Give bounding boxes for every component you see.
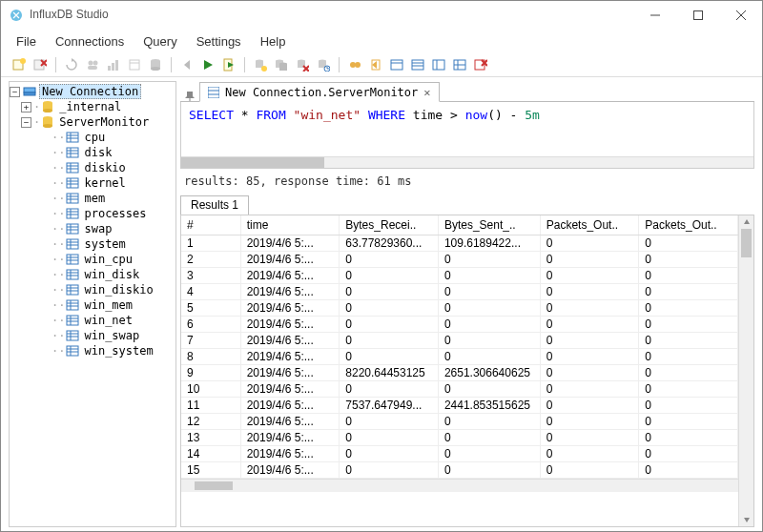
tool-db-add-icon[interactable] <box>252 56 269 73</box>
cell: 2019/4/6 5:... <box>240 446 340 462</box>
tool-tag-keys-icon[interactable] <box>388 56 405 73</box>
tree-measurement[interactable]: ··win_system <box>10 343 175 358</box>
connection-tree[interactable]: − New Connection +· _internal −· ServerM… <box>9 81 176 527</box>
cell: 0 <box>639 300 738 317</box>
table-row[interactable]: 82019/4/6 5:...0000 <box>181 349 738 365</box>
cell: 0 <box>340 349 439 365</box>
menu-connections[interactable]: Connections <box>55 34 124 49</box>
tool-db-retention-icon[interactable] <box>315 56 332 73</box>
tool-tag-values-icon[interactable] <box>409 56 426 73</box>
column-header[interactable]: Packets_Out.. <box>540 215 639 235</box>
pin-icon[interactable] <box>180 92 199 101</box>
tool-db-copy-icon[interactable] <box>273 56 290 73</box>
cell: 0 <box>438 349 540 365</box>
minimize-button[interactable] <box>633 1 676 30</box>
menu-file[interactable]: File <box>16 34 36 49</box>
tool-cq-icon[interactable] <box>346 56 363 73</box>
tool-backfill-icon[interactable] <box>367 56 384 73</box>
tool-run-icon[interactable] <box>199 56 217 73</box>
tree-measurement[interactable]: ··swap <box>10 221 175 236</box>
column-header[interactable]: Bytes_Recei.. <box>340 215 439 235</box>
tree-measurement[interactable]: ··win_diskio <box>10 282 175 297</box>
tree-measurement[interactable]: ··system <box>10 236 175 252</box>
table-row[interactable]: 142019/4/6 5:...0000 <box>181 446 738 462</box>
close-button[interactable] <box>719 1 762 30</box>
scroll-up-icon[interactable] <box>739 215 753 229</box>
tool-db-icon[interactable] <box>147 56 164 73</box>
table-row[interactable]: 72019/4/6 5:...0000 <box>181 333 738 349</box>
tree-measurement[interactable]: ··kernel <box>10 175 175 191</box>
tree-db-servermonitor[interactable]: −· ServerMonitor <box>10 114 175 130</box>
tool-delete-connection-icon[interactable] <box>31 56 49 73</box>
query-tab[interactable]: New Connection.ServerMonitor ✕ <box>199 82 440 102</box>
tool-users-icon[interactable] <box>84 56 101 73</box>
collapse-icon[interactable]: − <box>10 87 20 97</box>
tree-measurement[interactable]: ··disk <box>10 145 175 160</box>
tree-measurement[interactable]: ··diskio <box>10 160 175 175</box>
menu-help[interactable]: Help <box>260 34 286 49</box>
cell: 0 <box>639 430 738 446</box>
cell: 0 <box>540 462 639 479</box>
results-grid[interactable]: #timeBytes_Recei..Bytes_Sent_..Packets_O… <box>180 215 754 527</box>
svg-rect-14 <box>108 66 111 71</box>
table-row[interactable]: 102019/4/6 5:...0000 <box>181 381 738 398</box>
tree-measurement[interactable]: ··processes <box>10 206 175 221</box>
column-header[interactable]: Bytes_Sent_.. <box>438 215 540 235</box>
tree-root[interactable]: − New Connection <box>10 84 175 99</box>
expand-icon[interactable]: + <box>21 102 31 113</box>
tool-diagnostics-icon[interactable] <box>126 56 143 73</box>
scroll-down-icon[interactable] <box>739 513 753 526</box>
tree-measurement[interactable]: ··win_cpu <box>10 252 175 267</box>
query-hscroll[interactable] <box>181 156 753 168</box>
tree-measurement[interactable]: ··cpu <box>10 130 175 145</box>
column-header[interactable]: time <box>240 215 340 235</box>
table-icon <box>66 207 79 220</box>
table-row[interactable]: 132019/4/6 5:...0000 <box>181 430 738 446</box>
table-row[interactable]: 42019/4/6 5:...0000 <box>181 284 738 300</box>
table-row[interactable]: 152019/4/6 5:...0000 <box>181 462 738 479</box>
grid-hscroll[interactable] <box>181 479 738 492</box>
table-row[interactable]: 122019/4/6 5:...0000 <box>181 414 738 430</box>
table-row[interactable]: 12019/4/6 5:...63.77829360...109.6189422… <box>181 235 738 252</box>
menu-query[interactable]: Query <box>143 34 176 49</box>
tool-drop-measurement-icon[interactable] <box>472 56 489 73</box>
results-tab[interactable]: Results 1 <box>180 195 249 215</box>
cell: 0 <box>639 446 738 462</box>
tool-series-icon[interactable] <box>451 56 468 73</box>
tab-close-icon[interactable]: ✕ <box>423 86 430 99</box>
tool-back-icon[interactable] <box>178 56 196 73</box>
svg-rect-2 <box>693 11 702 20</box>
table-row[interactable]: 62019/4/6 5:...0000 <box>181 317 738 333</box>
cell: 2019/4/6 5:... <box>240 284 340 300</box>
tree-measurement[interactable]: ··win_swap <box>10 328 175 343</box>
tool-field-keys-icon[interactable] <box>430 56 447 73</box>
tree-measurement[interactable]: ··win_net <box>10 313 175 328</box>
tool-run-file-icon[interactable] <box>220 56 237 73</box>
column-header[interactable]: Packets_Out.. <box>639 215 738 235</box>
tool-new-connection-icon[interactable] <box>10 56 28 73</box>
tool-refresh-icon[interactable] <box>63 56 80 73</box>
table-row[interactable]: 92019/4/6 5:...8220.644531252651.3066406… <box>181 365 738 381</box>
table-row[interactable]: 22019/4/6 5:...0000 <box>181 252 738 268</box>
menu-settings[interactable]: Settings <box>196 34 241 49</box>
maximize-button[interactable] <box>676 1 719 30</box>
cell: 0 <box>340 268 439 284</box>
collapse-icon[interactable]: − <box>21 117 31 128</box>
table-row[interactable]: 112019/4/6 5:...7537.647949...2441.85351… <box>181 398 738 414</box>
grid-vscroll[interactable] <box>738 215 753 526</box>
tree-measurement[interactable]: ··mem <box>10 191 175 206</box>
tool-db-delete-icon[interactable] <box>294 56 311 73</box>
table-row[interactable]: 52019/4/6 5:...0000 <box>181 300 738 317</box>
tree-measurement[interactable]: ··win_mem <box>10 297 175 313</box>
cell: 0 <box>639 235 738 252</box>
tree-db-internal[interactable]: +· _internal <box>10 99 175 114</box>
column-header[interactable]: # <box>181 215 240 235</box>
tool-stats-icon[interactable] <box>105 56 122 73</box>
cell: 0 <box>438 252 540 268</box>
tree-db-label: _internal <box>57 100 123 113</box>
cell: 0 <box>340 462 439 479</box>
query-editor[interactable]: SELECT * FROM "win_net" WHERE time > now… <box>180 102 754 169</box>
table-icon <box>66 222 79 235</box>
tree-measurement[interactable]: ··win_disk <box>10 267 175 282</box>
table-row[interactable]: 32019/4/6 5:...0000 <box>181 268 738 284</box>
